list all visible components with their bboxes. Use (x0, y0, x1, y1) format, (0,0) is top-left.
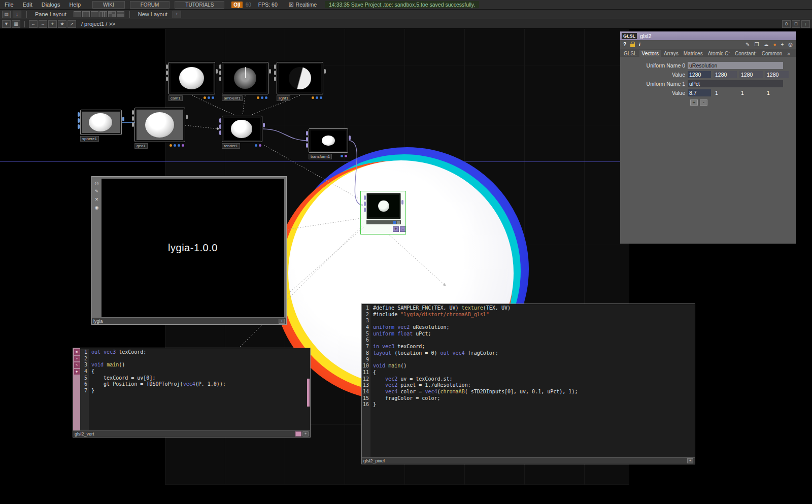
window-icon[interactable]: □ (792, 20, 800, 28)
node-flag[interactable] (208, 96, 210, 99)
connector[interactable] (132, 110, 134, 115)
node-body[interactable] (134, 108, 185, 142)
param-field-upct[interactable]: uPct (688, 80, 783, 87)
param-value-field[interactable]: 1 (739, 89, 763, 96)
node-flag[interactable] (259, 144, 261, 147)
layout-preset-icon[interactable] (108, 11, 116, 17)
param-field-uresolution[interactable]: uResolution (688, 62, 783, 69)
midi-io-badge[interactable]: O|I (231, 2, 242, 8)
layout-preset-icon[interactable] (74, 11, 81, 17)
tab-[interactable]: » (785, 50, 793, 57)
connector[interactable] (132, 116, 134, 121)
node-body[interactable] (222, 116, 262, 142)
node-flag[interactable] (261, 96, 263, 99)
connector[interactable] (166, 71, 168, 75)
link-tutorials[interactable]: TUTORIALS (175, 1, 224, 9)
tab-vectors[interactable]: Vectors (639, 50, 661, 57)
param-value-field[interactable]: 1 (714, 89, 737, 96)
output-connectors[interactable] (186, 115, 188, 119)
node-flag[interactable] (316, 96, 318, 99)
dropdown-icon[interactable]: ▼ (2, 20, 11, 28)
node-flag[interactable] (174, 144, 176, 147)
connector[interactable] (78, 124, 80, 129)
param-value-field[interactable]: 8.7 (688, 89, 711, 96)
connector[interactable] (186, 115, 188, 119)
param-value-field[interactable]: 1280 (688, 71, 711, 78)
input-connectors[interactable] (78, 112, 80, 129)
node-flag[interactable] (255, 144, 257, 147)
connector[interactable] (274, 71, 276, 75)
node-ambient1[interactable]: ambient1 (222, 62, 268, 94)
node-flag[interactable] (345, 155, 347, 157)
layout-preset-icon[interactable] (91, 11, 98, 17)
connector[interactable] (219, 77, 221, 81)
connector[interactable] (269, 69, 271, 74)
save-layout-icon[interactable]: ↓ (13, 11, 21, 18)
node-geo1[interactable]: geo1 (134, 108, 185, 142)
add-icon[interactable]: + (781, 42, 784, 47)
tab-common[interactable]: Common (759, 50, 785, 57)
connector[interactable] (306, 143, 308, 148)
node-transform1[interactable]: transform1 (309, 128, 348, 153)
network-path[interactable]: / project1 / >> (81, 21, 115, 27)
zoom-level[interactable]: 0 (782, 20, 791, 28)
output-connectors[interactable] (324, 69, 326, 74)
forward-icon[interactable]: → (39, 20, 47, 28)
op-name[interactable]: glsl2 (640, 33, 652, 39)
remove-uniform-button[interactable]: - (700, 99, 707, 106)
help-icon[interactable]: ? (623, 42, 626, 47)
node-light1[interactable]: light1 (277, 62, 323, 94)
input-connectors[interactable] (132, 110, 134, 127)
tab-arrays[interactable]: Arrays (661, 50, 681, 57)
bookmark-star-icon[interactable]: ★ (58, 20, 66, 28)
tab-constant[interactable]: Constant: (732, 50, 759, 57)
node-body[interactable] (277, 62, 323, 94)
realtime-checkbox[interactable]: ☒ (289, 2, 294, 8)
connector[interactable] (219, 118, 221, 123)
connector[interactable] (274, 64, 276, 69)
output-connectors[interactable] (269, 69, 271, 74)
connector[interactable] (274, 77, 276, 81)
connector[interactable] (219, 124, 221, 129)
output-connectors[interactable] (216, 69, 218, 74)
connector[interactable] (306, 131, 308, 136)
connector[interactable] (349, 136, 351, 140)
language-icon[interactable]: ● (773, 42, 776, 47)
node-body[interactable] (168, 62, 215, 94)
back-icon[interactable]: ← (29, 20, 38, 28)
add-layout-button[interactable]: + (173, 11, 181, 18)
connector[interactable] (219, 130, 221, 135)
connector[interactable] (216, 69, 218, 74)
menu-edit[interactable]: Edit (18, 2, 37, 8)
param-value-field[interactable]: 1280 (765, 71, 789, 78)
node-cam1[interactable]: cam1 (168, 62, 215, 94)
node-flag[interactable] (212, 96, 214, 99)
menu-help[interactable]: Help (64, 2, 85, 8)
node-flag[interactable] (320, 96, 322, 99)
input-connectors[interactable] (166, 64, 168, 81)
connector[interactable] (324, 69, 326, 74)
connector[interactable] (219, 64, 221, 69)
param-value-field[interactable]: 1280 (739, 71, 763, 78)
output-connectors[interactable] (122, 117, 124, 121)
input-connectors[interactable] (219, 118, 221, 135)
comment-pencil-icon[interactable]: ✎ (746, 42, 750, 47)
menu-file[interactable]: File (0, 2, 18, 8)
tab-atomicc[interactable]: Atomic C: (705, 50, 732, 57)
param-value-field[interactable]: 1 (765, 89, 789, 96)
node-flag[interactable] (257, 96, 259, 99)
info-icon[interactable]: i (639, 42, 640, 47)
expand-icon[interactable]: ↗ (67, 20, 76, 28)
param-titlebar[interactable]: GLSL glsl2 (620, 31, 796, 40)
layout-preset-icon[interactable] (82, 11, 90, 17)
cloud-icon[interactable]: ☁ (763, 42, 768, 47)
connector[interactable] (306, 137, 308, 142)
pane-icon[interactable]: ▤ (2, 11, 11, 18)
param-value-field[interactable]: 1280 (714, 71, 737, 78)
chat-icon[interactable]: ❐ (754, 42, 759, 47)
connector[interactable] (122, 117, 124, 121)
menu-dialogs[interactable]: Dialogs (37, 2, 65, 8)
node-flag[interactable] (182, 144, 184, 147)
node-flag[interactable] (312, 96, 314, 99)
node-body[interactable] (222, 62, 268, 94)
